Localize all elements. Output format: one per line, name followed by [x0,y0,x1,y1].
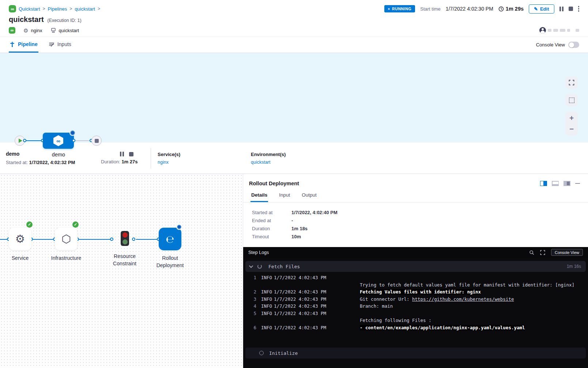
step-logs-header: Step Logs Console View [243,247,588,258]
top-bar: ∞ Quickstart > Pipelines > quickstart > … [0,0,588,14]
log-section-initialize[interactable]: Initialize [245,348,586,358]
abort-execution-button[interactable] [569,7,573,11]
layout-right-button[interactable] [564,181,570,186]
log-section-fetch-files[interactable]: Fetch Files 1m 16s [245,261,586,272]
tab-inputs[interactable]: Inputs [48,37,72,53]
redacted-text [576,29,579,32]
gear-icon: ⚙ [15,234,25,244]
step-node-rollout-deployment[interactable]: ℮ [159,228,181,250]
stage-node-demo[interactable]: ∞ [43,133,74,149]
step-node-infrastructure[interactable]: ⬡ [55,228,78,250]
step-details-panel: Rollout Deployment Details Input Output … [243,174,588,368]
zoom-in-button[interactable]: + [569,114,574,122]
user-avatar [539,27,546,34]
detail-value: 1m 18s [291,226,308,231]
pending-circle-icon [259,351,264,355]
fullscreen-button[interactable] [565,76,578,89]
execution-graph-canvas[interactable]: ⚙ ✓ ⬡ ✓ ℮ Service Infrastructure Resourc… [0,174,243,368]
details-row: Duration 1m 18s [252,226,579,231]
log-line: 3INFO1/7/2022 4:02:43 PMGit connector Ur… [243,296,588,303]
details-row: Ended at - [252,218,579,223]
breadcrumb-link-account[interactable]: Quickstart [19,6,40,12]
pipeline-canvas[interactable]: ∞ demo + − [0,53,588,143]
traffic-light-red-icon [122,232,128,238]
edge-start-demo [25,140,43,141]
tab-output[interactable]: Output [301,190,317,202]
success-check-icon: ✓ [26,221,33,228]
console-view-toggle[interactable] [568,42,579,48]
breadcrumb-separator: > [69,6,72,11]
breadcrumb-link-pipelines[interactable]: Pipelines [48,6,67,12]
detail-label: Timeout [252,234,291,239]
log-search-button[interactable] [529,250,534,255]
start-time-label: Start time [420,6,441,12]
layout-bottom-button[interactable] [552,181,559,186]
log-line: Fetching following Files : [243,317,588,324]
rollout-icon: ℮ [166,234,174,245]
tab-pipeline[interactable]: Pipeline [9,37,38,53]
fullscreen-icon [540,250,545,255]
page-title: quickstart [9,15,44,24]
pipeline-icon [10,42,15,47]
breadcrumb-separator: > [98,6,100,11]
detail-value: - [291,218,293,223]
detail-label: Ended at [252,218,291,223]
details-table: Started at 1/7/2022, 4:02:40 PM Ended at… [243,202,588,247]
service-link[interactable]: nginx [158,160,251,165]
step-node-resource-constraint[interactable] [121,231,129,246]
duration-label: Duration: [101,159,121,164]
fullscreen-icon [569,80,574,86]
zoom-out-button[interactable]: − [569,125,574,133]
search-icon [529,250,534,255]
breadcrumb: ∞ Quickstart > Pipelines > quickstart > [9,5,100,12]
breadcrumb-link-pipeline[interactable]: quickstart [75,6,95,12]
started-at-label: Started at: [6,160,29,165]
stage-stop-button[interactable] [129,152,133,156]
log-line: 6INFO1/7/2022 4:02:43 PM- content/en/exa… [243,324,588,331]
more-options-button[interactable] [578,6,580,12]
select-region-button[interactable] [565,94,578,106]
loading-spinner-icon [257,264,262,269]
step-logs-panel: Step Logs Console View Fetch File [243,247,588,368]
execution-id: (Execution ID: 1) [48,18,82,23]
tab-details[interactable]: Details [250,190,268,202]
environment-link[interactable]: quickstart [251,160,344,165]
detail-label: Duration [252,226,291,231]
canvas-controls: + − [565,76,578,136]
detail-label: Started at [252,210,291,215]
play-icon [19,139,22,143]
details-row: Started at 1/7/2022, 4:02:40 PM [252,210,579,215]
pause-execution-button[interactable] [559,7,564,11]
start-time-value: 1/7/2022 4:02:30 PM [446,6,493,12]
log-expand-button[interactable] [540,250,545,255]
log-link[interactable]: https://github.com/kubernetes/website [412,296,514,302]
log-lines[interactable]: 1INFO1/7/2022 4:02:43 PM Trying to fetch… [243,273,588,346]
tab-input[interactable]: Input [278,190,291,202]
details-row: Timeout 10m [252,234,579,239]
edit-button[interactable]: ✎ Edit [529,4,554,14]
running-spinner-icon [177,225,181,229]
stage-pause-button[interactable] [120,152,124,156]
hexagon-icon: ⬡ [61,234,71,244]
log-section-duration: 1m 16s [567,264,581,269]
graph-edge [0,239,7,240]
pipeline-end-node [91,136,102,146]
layout-split-right-button[interactable] [540,181,547,186]
step-node-service[interactable]: ⚙ [9,228,31,250]
step-logs-title: Step Logs [248,250,269,255]
panel-layout-controls [540,181,580,186]
minimize-panel-button[interactable] [575,183,580,184]
stage-label: demo [40,152,77,158]
log-section-name: Initialize [269,350,298,356]
marquee-icon [569,98,574,103]
traffic-light-green-icon [122,239,128,244]
log-line: 2INFO1/7/2022 4:02:43 PMFetching Values … [243,288,588,296]
chevron-down-icon [249,264,253,268]
title-row: quickstart (Execution ID: 1) [0,14,588,24]
log-footer-space [243,358,588,368]
panel-tabs: Details Input Output [243,190,588,202]
cd-module-icon: ∞ [9,27,15,34]
log-console-view-button[interactable]: Console View [551,249,583,256]
environment-tag[interactable]: quickstart [50,27,79,33]
service-tag[interactable]: ⚙ nginx [23,28,42,33]
